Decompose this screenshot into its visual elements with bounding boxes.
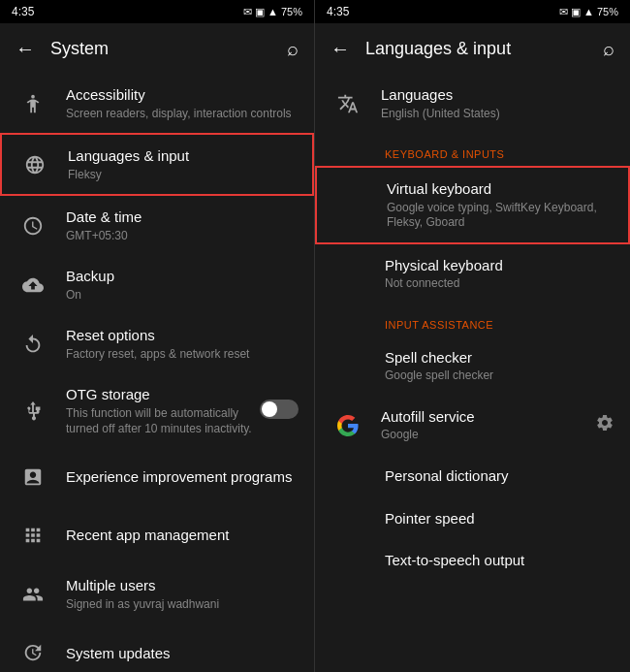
settings-list: Accessibility Screen readers, display, i… xyxy=(0,74,314,672)
datetime-text: Date & time GMT+05:30 xyxy=(66,208,299,243)
otg-subtitle: This function will be automatically turn… xyxy=(66,406,252,436)
autofill-item[interactable]: Autofill service Google xyxy=(315,396,630,455)
experience-title: Experience improvement programs xyxy=(66,467,299,487)
multiple-users-title: Multiple users xyxy=(66,576,299,595)
recent-apps-icon xyxy=(16,518,50,553)
experience-item[interactable]: Experience improvement programs xyxy=(0,448,314,506)
physical-keyboard-title: Physical keyboard xyxy=(385,256,614,275)
status-bar-right: 4:35 ✉ ▣ ▲ 75% xyxy=(315,0,630,23)
tts-item[interactable]: Text-to-speech output xyxy=(315,539,630,582)
multiple-users-icon xyxy=(16,577,50,612)
keyboard-section-header: KEYBOARD & INPUTS xyxy=(315,133,630,166)
reset-text: Reset options Factory reset, apps & netw… xyxy=(66,326,299,362)
tts-title: Text-to-speech output xyxy=(385,551,614,570)
languages-title: Languages & input xyxy=(68,146,297,166)
experience-icon xyxy=(16,460,50,495)
reset-item[interactable]: Reset options Factory reset, apps & netw… xyxy=(0,314,314,373)
signal-icon-right: ▲ xyxy=(583,6,594,17)
toolbar-right: ← Languages & input ⌕ xyxy=(315,23,630,74)
toolbar-left: ← System ⌕ xyxy=(0,23,314,74)
recent-apps-text: Recent app management xyxy=(66,526,299,545)
multiple-users-item[interactable]: Multiple users Signed in as yuvraj wadhw… xyxy=(0,564,314,624)
page-title-right: Languages & input xyxy=(365,39,603,59)
otg-icon xyxy=(16,394,50,429)
recent-apps-title: Recent app management xyxy=(66,526,299,545)
accessibility-text: Accessibility Screen readers, display, i… xyxy=(66,85,299,121)
languages-main-text: Languages English (United States) xyxy=(381,85,614,121)
datetime-subtitle: GMT+05:30 xyxy=(66,229,299,244)
google-icon xyxy=(331,408,365,443)
physical-keyboard-text: Physical keyboard Not connected xyxy=(385,256,614,292)
time-left: 4:35 xyxy=(12,5,34,18)
search-icon-left[interactable]: ⌕ xyxy=(287,38,299,60)
virtual-keyboard-item[interactable]: Virtual keyboard Google voice typing, Sw… xyxy=(315,166,630,244)
personal-dictionary-item[interactable]: Personal dictionary xyxy=(315,455,630,497)
languages-item[interactable]: Languages & input Fleksy xyxy=(0,133,314,196)
languages-main-item[interactable]: Languages English (United States) xyxy=(315,74,630,133)
languages-subtitle: Fleksy xyxy=(68,168,297,183)
status-icons-left: ✉ ▣ ▲ 75% xyxy=(243,6,302,18)
status-bar-left: 4:35 ✉ ▣ ▲ 75% xyxy=(0,0,314,23)
svg-point-0 xyxy=(31,94,35,98)
reset-title: Reset options xyxy=(66,326,299,345)
datetime-item[interactable]: Date & time GMT+05:30 xyxy=(0,196,314,255)
languages-main-title: Languages xyxy=(381,85,614,105)
autofill-subtitle: Google xyxy=(381,428,595,443)
recent-apps-item[interactable]: Recent app management xyxy=(0,506,314,564)
msg-icon: ✉ xyxy=(243,6,252,18)
wifi-icon: ▣ xyxy=(255,6,265,18)
virtual-keyboard-title: Virtual keyboard xyxy=(387,179,613,199)
languages-icon xyxy=(17,147,52,182)
accessibility-item[interactable]: Accessibility Screen readers, display, i… xyxy=(0,74,314,133)
autofill-title: Autofill service xyxy=(381,407,595,427)
multiple-users-text: Multiple users Signed in as yuvraj wadhw… xyxy=(66,576,299,612)
input-assistance-header: INPUT ASSISTANCE xyxy=(315,304,630,336)
backup-item[interactable]: Backup On xyxy=(0,255,314,314)
search-icon-right[interactable]: ⌕ xyxy=(603,38,614,60)
otg-item[interactable]: OTG storage This function will be automa… xyxy=(0,373,314,448)
personal-dictionary-title: Personal dictionary xyxy=(385,466,614,486)
tts-text: Text-to-speech output xyxy=(385,551,614,570)
battery-left: 75% xyxy=(281,6,302,17)
spell-checker-subtitle: Google spell checker xyxy=(385,368,614,384)
multiple-users-subtitle: Signed in as yuvraj wadhwani xyxy=(66,597,299,613)
battery-right: 75% xyxy=(597,6,618,17)
pointer-speed-item[interactable]: Pointer speed xyxy=(315,497,630,540)
otg-toggle[interactable] xyxy=(260,400,299,423)
autofill-text: Autofill service Google xyxy=(381,407,595,443)
languages-main-subtitle: English (United States) xyxy=(381,107,614,122)
time-right: 4:35 xyxy=(327,5,349,18)
backup-subtitle: On xyxy=(66,288,299,304)
otg-toggle-switch[interactable] xyxy=(260,400,299,419)
physical-keyboard-subtitle: Not connected xyxy=(385,276,614,292)
back-button-left[interactable]: ← xyxy=(16,38,35,60)
reset-icon xyxy=(16,327,50,362)
system-updates-title: System updates xyxy=(66,644,299,663)
languages-text: Languages & input Fleksy xyxy=(68,146,297,182)
right-panel: 4:35 ✉ ▣ ▲ 75% ← Languages & input ⌕ Lan… xyxy=(315,0,630,672)
left-panel: 4:35 ✉ ▣ ▲ 75% ← System ⌕ Accessibility … xyxy=(0,0,315,672)
physical-keyboard-item[interactable]: Physical keyboard Not connected xyxy=(315,244,630,304)
system-updates-text: System updates xyxy=(66,644,299,663)
accessibility-title: Accessibility xyxy=(66,85,299,105)
system-updates-item[interactable]: System updates xyxy=(0,624,314,672)
backup-title: Backup xyxy=(66,267,299,286)
languages-settings-list: Languages English (United States) KEYBOA… xyxy=(315,74,630,672)
signal-icon: ▲ xyxy=(268,6,278,17)
personal-dictionary-text: Personal dictionary xyxy=(385,466,614,486)
back-button-right[interactable]: ← xyxy=(331,38,350,60)
spell-checker-item[interactable]: Spell checker Google spell checker xyxy=(315,336,630,396)
accessibility-icon xyxy=(16,86,50,121)
reset-subtitle: Factory reset, apps & network reset xyxy=(66,347,299,363)
datetime-icon xyxy=(16,208,50,243)
pointer-speed-text: Pointer speed xyxy=(385,509,614,528)
autofill-gear-icon[interactable] xyxy=(595,413,614,437)
otg-text: OTG storage This function will be automa… xyxy=(66,385,252,436)
virtual-keyboard-subtitle: Google voice typing, SwiftKey Keyboard, … xyxy=(387,201,613,231)
msg-icon-right: ✉ xyxy=(559,6,568,18)
page-title-left: System xyxy=(50,39,287,59)
wifi-icon-right: ▣ xyxy=(571,6,581,18)
system-updates-icon xyxy=(16,635,50,670)
backup-text: Backup On xyxy=(66,267,299,303)
translate-icon xyxy=(331,86,365,121)
